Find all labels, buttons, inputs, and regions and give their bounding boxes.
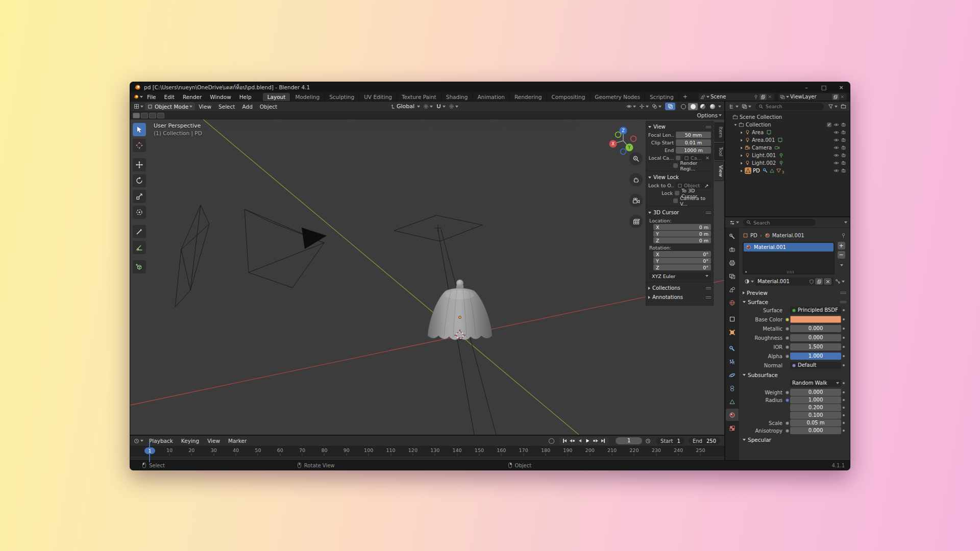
properties-tab-constraints[interactable]	[726, 382, 739, 394]
pan-button[interactable]	[629, 173, 643, 186]
material-slot-list[interactable]: Material.001	[743, 242, 835, 274]
play-reverse-button[interactable]	[576, 438, 584, 444]
select-mode-subtract-button[interactable]	[149, 113, 156, 118]
outliner-row-collection[interactable]: Collection	[725, 121, 850, 129]
surface-panel-header[interactable]: Surface	[743, 298, 846, 306]
outliner-filter-button[interactable]	[828, 104, 838, 109]
lock-to-cursor-checkbox[interactable]	[675, 191, 679, 195]
editor-type-button[interactable]	[134, 104, 143, 109]
object-name[interactable]: Light.001	[752, 153, 776, 158]
viewport-3d[interactable]: Object Mode ViewSelectAddObject Global	[130, 102, 724, 435]
preview-panel-header[interactable]: Preview	[743, 289, 846, 296]
timeline-ruler[interactable]: 1 10203040506070809010011012013014015016…	[130, 446, 724, 456]
properties-editor[interactable]: Search PD › Material.001	[725, 217, 850, 461]
render-visibility-toggle[interactable]	[840, 130, 848, 135]
slider-alpha[interactable]: 1.000	[790, 353, 841, 360]
subsurface-panel-header[interactable]: Subsurface	[743, 371, 846, 379]
animate-dot[interactable]	[841, 309, 846, 311]
pin-icon[interactable]	[841, 233, 846, 238]
field-focal-len[interactable]: 50 mm	[676, 132, 711, 138]
workspace-tab-animation[interactable]: Animation	[473, 93, 510, 101]
jump-to-end-button[interactable]	[599, 438, 607, 444]
minimize-button[interactable]: –	[798, 82, 815, 92]
outliner-display-mode-button[interactable]	[729, 104, 739, 109]
cursor-rotation-y[interactable]: Y0°	[653, 258, 711, 264]
render-visibility-toggle[interactable]	[840, 145, 848, 151]
outliner-row-scene-collection[interactable]: Scene Collection	[725, 113, 850, 121]
outliner-filter-mode-button[interactable]	[742, 104, 751, 109]
select-box-tool[interactable]	[133, 123, 146, 136]
zoom-button[interactable]	[629, 152, 643, 165]
view-lock-header[interactable]: View Lock	[648, 173, 711, 181]
object-name[interactable]: Area	[752, 130, 764, 135]
animate-dot[interactable]	[841, 364, 846, 366]
app-menu-button[interactable]	[133, 94, 143, 99]
timeline-editor-type-button[interactable]	[134, 438, 143, 444]
field-normal[interactable]: Default	[790, 362, 841, 369]
outliner-row-light-002[interactable]: Light.002	[725, 159, 850, 167]
gizmos-dropdown[interactable]	[639, 104, 649, 109]
properties-tab-render[interactable]	[726, 243, 739, 256]
color-swatch-base-color[interactable]	[790, 316, 841, 323]
field-ior[interactable]: 1.500	[790, 343, 841, 350]
properties-tab-output[interactable]	[726, 257, 739, 269]
auto-keyframe-record-button[interactable]	[549, 438, 554, 444]
render-visibility-toggle[interactable]	[840, 160, 848, 166]
field-end[interactable]: 1000 m	[676, 147, 711, 154]
pivot-dropdown[interactable]	[423, 104, 433, 109]
field-surface[interactable]: Principled BSDF	[790, 307, 841, 314]
new-viewlayer-icon[interactable]	[833, 94, 838, 99]
viewport-menu-select[interactable]: Select	[215, 104, 238, 110]
shading-rendered-button[interactable]	[707, 103, 717, 110]
outliner-search-input[interactable]: Search	[755, 103, 824, 110]
outliner-row-camera[interactable]: Camera	[725, 144, 850, 152]
animate-dot[interactable]	[841, 391, 846, 393]
outliner-row-pd[interactable]: PD3	[725, 167, 850, 174]
remove-material-slot-button[interactable]: −	[838, 251, 845, 259]
outliner-new-collection-button[interactable]	[841, 104, 846, 109]
sidebar-tab-view[interactable]: View	[714, 161, 724, 181]
animate-dot[interactable]	[841, 407, 846, 409]
menu-window[interactable]: Window	[206, 94, 235, 100]
properties-search-input[interactable]: Search	[743, 219, 816, 226]
select-mode-extend-button[interactable]	[141, 113, 148, 118]
hide-eye-toggle[interactable]	[832, 130, 840, 135]
workspace-tab-geometry-nodes[interactable]: Geometry Nodes	[590, 93, 645, 101]
viewport-canvas[interactable]: User Perspective (1) Collection | PD	[130, 119, 724, 435]
breadcrumb-object[interactable]: PD	[750, 233, 757, 238]
animate-dot[interactable]	[841, 346, 846, 348]
rotation-mode-dropdown[interactable]: XYZ Euler	[649, 272, 711, 280]
snap-dropdown[interactable]	[436, 104, 446, 109]
properties-tab-object[interactable]	[726, 313, 739, 325]
animate-dot[interactable]	[841, 337, 846, 339]
sidebar-tab-item[interactable]: Item	[714, 122, 724, 142]
menu-file[interactable]: File	[143, 94, 160, 100]
measure-tool[interactable]	[133, 241, 146, 254]
viewlayer-selector[interactable]: ViewLayer ✕	[778, 93, 847, 101]
object-name[interactable]: PD	[753, 168, 760, 173]
add-cube-tool[interactable]	[133, 260, 146, 273]
workspace-tab-modeling[interactable]: Modeling	[290, 93, 325, 101]
camera-to-view-checkbox[interactable]	[673, 198, 678, 203]
field-metallic[interactable]: 0.000	[790, 325, 841, 332]
unlink-scene-icon[interactable]: ✕	[768, 94, 772, 99]
fake-user-shield-icon[interactable]	[809, 279, 814, 284]
overlays-dropdown[interactable]	[652, 104, 662, 109]
unlink-material-icon[interactable]	[825, 279, 830, 284]
timeline-editor[interactable]: PlaybackKeyingViewMarker 1 Start1	[130, 435, 724, 461]
maximize-button[interactable]: □	[815, 82, 832, 92]
new-scene-icon[interactable]	[761, 94, 766, 99]
properties-tab-viewlayer[interactable]	[726, 270, 739, 282]
hide-eye-toggle[interactable]	[832, 160, 840, 166]
current-frame-field[interactable]: 1	[616, 437, 642, 444]
workspace-tab-rendering[interactable]: Rendering	[510, 93, 547, 101]
material-name-field[interactable]: Material.001	[755, 278, 834, 286]
outliner-row-area-001[interactable]: Area.001	[725, 136, 850, 144]
proportional-dropdown[interactable]	[449, 104, 458, 109]
sidebar-tab-tool[interactable]: Tool	[714, 143, 724, 160]
workspace-tab-uv-editing[interactable]: UV Editing	[359, 93, 397, 101]
field-roughness[interactable]: 0.000	[790, 334, 841, 341]
specular-panel-header[interactable]: Specular	[743, 436, 846, 443]
select-mode-new-button[interactable]	[133, 113, 140, 118]
material-slot-selected[interactable]: Material.001	[744, 243, 834, 252]
